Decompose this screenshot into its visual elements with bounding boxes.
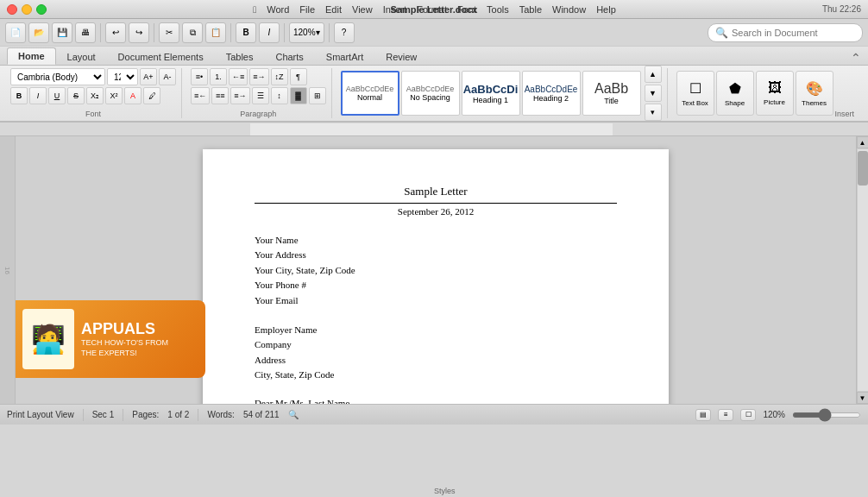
font-size-select[interactable]: 12 — [107, 68, 138, 85]
view-layout-btn[interactable]: ☐ — [740, 409, 756, 421]
help-button[interactable]: ? — [334, 22, 355, 43]
tab-review[interactable]: Review — [374, 47, 428, 65]
watermark-tagline: TECH HOW-TO'S FROMTHE EXPERTS! — [81, 338, 168, 358]
scroll-track[interactable] — [857, 148, 869, 392]
border-button[interactable]: ⊞ — [309, 87, 326, 104]
open-button[interactable]: 📂 — [28, 22, 49, 43]
highlight-button[interactable]: 🖊 — [143, 87, 160, 104]
scroll-down-arrow[interactable]: ▼ — [857, 392, 869, 404]
align-left-button[interactable]: ≡← — [191, 87, 210, 104]
view-normal-btn[interactable]: ▤ — [695, 409, 711, 421]
file-menu[interactable]: File — [299, 4, 315, 15]
scroll-up-arrow[interactable]: ▲ — [857, 136, 869, 148]
style-no-spacing[interactable]: AaBbCcDdEe No Spacing — [401, 71, 460, 116]
document-scroll-area[interactable]: Sample Letter September 26, 2012 Your Na… — [16, 136, 856, 404]
vertical-scrollbar[interactable]: ▲ ▼ — [856, 136, 868, 404]
help-menu[interactable]: Help — [596, 4, 616, 15]
tab-charts[interactable]: Charts — [264, 47, 314, 65]
style-heading1[interactable]: AaBbCcDi Heading 1 — [462, 71, 520, 116]
line-spacing-button[interactable]: ↕ — [271, 87, 288, 104]
themes-button[interactable]: 🎨 Themes — [796, 71, 833, 116]
paragraph-group-label: Paragraph — [191, 108, 326, 118]
strikethrough-button[interactable]: S — [67, 87, 85, 104]
traffic-lights — [7, 4, 47, 15]
copy-button[interactable]: ⧉ — [182, 22, 203, 43]
align-right-button[interactable]: ≡→ — [230, 87, 249, 104]
new-button[interactable]: 📄 — [5, 22, 26, 43]
italic-toolbar-btn[interactable]: I — [259, 22, 280, 43]
view-menu[interactable]: View — [352, 4, 373, 15]
redo-button[interactable]: ↪ — [129, 22, 149, 43]
indent-more-button[interactable]: ≡→ — [249, 68, 268, 85]
zoom-slider[interactable] — [792, 412, 861, 418]
insert-group-label: Insert — [835, 108, 855, 118]
print-button[interactable]: 🖶 — [75, 22, 96, 43]
style-normal[interactable]: AaBbCcDdEe Normal — [341, 71, 399, 116]
tab-home[interactable]: Home — [7, 47, 56, 65]
indent-less-button[interactable]: ←≡ — [229, 68, 248, 85]
employer-block: Employer Name Company Address City, Stat… — [255, 323, 617, 383]
sender-phone: Your Phone # — [255, 278, 617, 293]
ribbon-collapse-button[interactable]: ⌃ — [851, 51, 861, 65]
superscript-button[interactable]: X² — [105, 87, 123, 104]
view-outline-btn[interactable]: ≡ — [718, 409, 733, 421]
tab-smartart[interactable]: SmartArt — [315, 47, 374, 65]
bold-toolbar-btn[interactable]: B — [236, 22, 256, 43]
shape-button[interactable]: ⬟ Shape — [716, 71, 754, 116]
styles-scroll-down[interactable]: ▼ — [645, 85, 662, 102]
style-title[interactable]: AaBb Title — [582, 71, 641, 116]
zoom-dropdown[interactable]: 120% ▾ — [289, 22, 324, 43]
table-menu[interactable]: Table — [519, 4, 542, 15]
close-button[interactable] — [7, 4, 17, 15]
align-center-button[interactable]: ≡≡ — [211, 87, 229, 104]
word-menu[interactable]: Word — [267, 4, 289, 15]
numbering-button[interactable]: 1. — [210, 68, 227, 85]
justify-button[interactable]: ☰ — [252, 87, 269, 104]
styles-scroll-up[interactable]: ▲ — [645, 66, 662, 83]
undo-button[interactable]: ↩ — [105, 22, 126, 43]
bullets-button[interactable]: ≡• — [191, 68, 208, 85]
apple-menu[interactable]:  — [253, 4, 256, 15]
tab-tables[interactable]: Tables — [215, 47, 265, 65]
font-family-select[interactable]: Cambria (Body) — [10, 68, 105, 85]
paste-button[interactable]: 📋 — [205, 22, 226, 43]
ribbon-group-paragraph: ≡• 1. ←≡ ≡→ ↕Z ¶ ≡← ≡≡ ≡→ ☰ ↕ ▓ ⊞ Paragr… — [186, 68, 332, 118]
cut-button[interactable]: ✂ — [159, 22, 179, 43]
search-document-box[interactable]: 🔍 — [708, 23, 863, 42]
sort-button[interactable]: ↕Z — [271, 68, 288, 85]
letter-title: Sample Letter — [255, 184, 617, 204]
maximize-button[interactable] — [36, 4, 47, 15]
italic-button[interactable]: I — [29, 87, 47, 104]
textbox-button[interactable]: ☐ Text Box — [676, 71, 714, 116]
save-button[interactable]: 💾 — [52, 22, 72, 43]
para-row-1: ≡• 1. ←≡ ≡→ ↕Z ¶ — [191, 68, 326, 85]
tab-document-elements[interactable]: Document Elements — [107, 47, 215, 65]
document-area: 16 Sample Letter September 26, 2012 Your… — [0, 136, 868, 404]
font-color-button[interactable]: A — [124, 87, 142, 104]
search-input[interactable] — [732, 28, 852, 38]
picture-button[interactable]: 🖼 Picture — [756, 71, 794, 116]
font-increase-btn[interactable]: A+ — [140, 68, 157, 85]
bold-button[interactable]: B — [10, 87, 28, 104]
underline-button[interactable]: U — [48, 87, 66, 104]
subscript-button[interactable]: X₂ — [86, 87, 104, 104]
company: Company — [255, 337, 617, 353]
tab-layout[interactable]: Layout — [56, 47, 107, 65]
status-bar: Print Layout View Sec 1 Pages: 1 of 2 Wo… — [0, 404, 868, 425]
shading-button[interactable]: ▓ — [290, 87, 307, 104]
status-right-area: ▤ ≡ ☐ 120% — [695, 409, 861, 421]
minimize-button[interactable] — [22, 4, 32, 15]
search-icon: 🔍 — [715, 27, 728, 39]
pages-label: Pages: — [132, 410, 159, 419]
scroll-thumb[interactable] — [858, 151, 868, 186]
style-heading2[interactable]: AaBbCcDdEe Heading 2 — [522, 71, 581, 116]
document-title: Sample Letter.docx — [391, 4, 478, 15]
tools-menu[interactable]: Tools — [487, 4, 509, 15]
edit-menu[interactable]: Edit — [325, 4, 342, 15]
ribbon-group-styles: AaBbCcDdEe Normal AaBbCcDdEe No Spacing … — [336, 68, 668, 118]
font-decrease-btn[interactable]: A- — [159, 68, 176, 85]
pilcrow-button[interactable]: ¶ — [290, 68, 307, 85]
styles-more[interactable]: ▾ — [645, 104, 662, 121]
window-menu[interactable]: Window — [552, 4, 586, 15]
employer-name: Employer Name — [255, 323, 617, 338]
